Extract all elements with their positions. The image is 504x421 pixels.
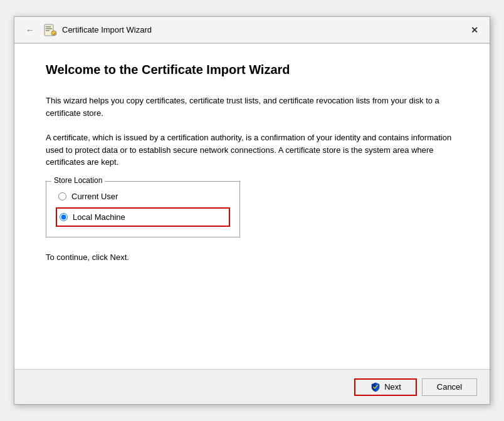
back-button[interactable]: ← [22, 24, 38, 36]
local-machine-option[interactable]: Local Machine [56, 207, 230, 227]
title-bar: ← ✓ Certificate Import Wizard ✕ [14, 17, 490, 43]
continue-text: To continue, click Next. [46, 252, 458, 262]
cancel-button[interactable]: Cancel [422, 378, 477, 396]
current-user-label: Current User [71, 192, 118, 201]
wizard-content: Welcome to the Certificate Import Wizard… [14, 44, 490, 369]
footer: Next Cancel [14, 369, 490, 404]
store-location-group: Store Location Current User Local Machin… [46, 181, 240, 237]
next-label: Next [384, 382, 401, 392]
local-machine-label: Local Machine [73, 212, 125, 222]
local-machine-radio[interactable] [60, 213, 68, 221]
current-user-radio[interactable] [58, 192, 66, 200]
description-2: A certificate, which is issued by a cert… [46, 132, 458, 169]
svg-rect-1 [46, 26, 51, 28]
next-button[interactable]: Next [354, 378, 417, 396]
current-user-option[interactable]: Current User [56, 188, 230, 205]
wizard-window: ← ✓ Certificate Import Wizard ✕ Welcome … [14, 16, 490, 405]
store-location-legend: Store Location [51, 176, 105, 185]
cert-icon: ✓ [43, 23, 57, 37]
description-1: This wizard helps you copy certificates,… [46, 95, 458, 119]
shield-icon [370, 382, 381, 393]
wizard-heading: Welcome to the Certificate Import Wizard [46, 63, 458, 77]
title-bar-left: ← ✓ Certificate Import Wizard [22, 23, 152, 37]
cancel-label: Cancel [437, 382, 462, 392]
svg-rect-2 [46, 28, 52, 29]
window-title: Certificate Import Wizard [62, 25, 152, 34]
svg-text:✓: ✓ [53, 31, 56, 36]
close-button[interactable]: ✕ [467, 24, 482, 36]
svg-rect-3 [46, 30, 50, 31]
